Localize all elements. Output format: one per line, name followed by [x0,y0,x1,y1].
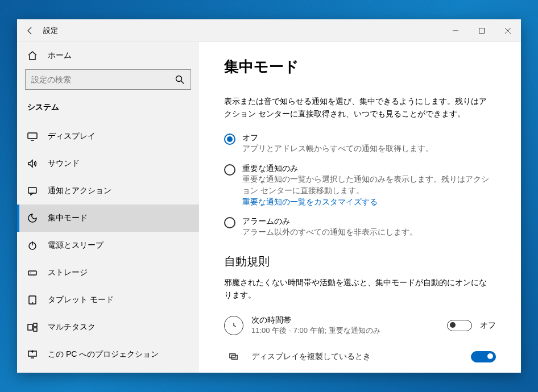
svg-rect-12 [230,353,235,357]
radio-text: オフ アプリとアドレス帳からすべての通知を取得します。 [242,133,496,155]
power-icon [27,240,38,251]
caption-buttons [442,19,521,42]
radio-description: 重要な通知の一覧から選択した通知のみを表示します。残りはアクション センターに直… [242,174,493,197]
rule-text: ディスプレイを複製しているとき [251,352,463,362]
auto-rules-description: 邪魔されたくない時間帯や活動を選ぶと、集中モードが自動的にオンになります。 [224,276,491,302]
radio-button[interactable] [224,217,235,228]
radio-text: アラームのみ アラーム以外のすべての通知を非表示にします。 [242,216,496,238]
home-button[interactable]: ホーム [17,42,199,69]
sidebar-item-label: タブレット モード [48,295,114,305]
search-input[interactable] [25,69,191,90]
svg-rect-10 [34,328,37,331]
svg-point-1 [176,76,182,82]
maximize-button[interactable] [469,19,495,42]
sidebar-item-label: ストレージ [48,268,88,278]
storage-icon [27,268,38,278]
rule-title: ディスプレイを複製しているとき [251,352,463,362]
radio-priority-only[interactable]: 重要な通知のみ 重要な通知の一覧から選択した通知のみを表示します。残りはアクショ… [224,164,496,207]
tablet-icon [27,295,38,305]
svg-rect-0 [479,28,485,33]
sidebar-item-label: 通知とアクション [48,186,111,196]
titlebar: 設定 [17,19,521,42]
sidebar-item-notifications[interactable]: 通知とアクション [17,177,199,205]
search-field[interactable] [31,75,175,84]
sidebar-item-focus-assist[interactable]: 集中モード [17,205,199,232]
rule-during-hours[interactable]: 次の時間帯 11:00 午後 - 7:00 午前; 重要な通知のみ オフ [224,312,496,339]
rule-duplicating-display[interactable]: ディスプレイを複製しているとき [224,344,496,370]
radio-button[interactable] [224,134,235,145]
svg-rect-9 [34,323,37,327]
page-description: 表示または音で知らせる通知を選び、集中できるようにします。残りはアクション セン… [224,95,491,120]
svg-point-6 [30,273,31,274]
sidebar-item-label: サウンド [48,159,80,169]
minimize-button[interactable] [442,19,469,42]
radio-button[interactable] [224,164,235,176]
home-icon [27,51,38,61]
sidebar-item-label: マルチタスク [48,322,96,332]
sidebar-item-multitask[interactable]: マルチタスク [17,314,199,341]
sidebar-item-storage[interactable]: ストレージ [17,259,199,286]
sidebar-item-label: 集中モード [48,213,88,223]
main-content: 集中モード 表示または音で知らせる通知を選び、集中できるようにします。残りはアク… [199,42,521,373]
focus-assist-icon [27,213,38,223]
search-wrap [17,69,199,99]
focus-mode-radio-group: オフ アプリとアドレス帳からすべての通知を取得します。 重要な通知のみ 重要な通… [224,133,496,238]
close-button[interactable] [495,19,521,42]
notifications-icon [27,186,38,196]
svg-rect-2 [28,133,37,139]
home-label: ホーム [48,51,72,61]
sidebar-item-label: この PC へのプロジェクション [48,349,159,360]
auto-rules-heading: 自動規則 [224,254,496,269]
duplicate-display-icon [224,347,243,366]
window-body: ホーム システム ディスプレイ [17,42,521,373]
sidebar-item-label: 電源とスリープ [48,240,104,251]
page-title: 集中モード [224,57,496,77]
radio-text: 重要な通知のみ 重要な通知の一覧から選択した通知のみを表示します。残りはアクショ… [242,164,496,207]
rule-text: 次の時間帯 11:00 午後 - 7:00 午前; 重要な通知のみ [251,315,439,336]
projection-icon [27,349,38,360]
radio-label: オフ [242,133,496,143]
multitask-icon [27,322,38,332]
svg-rect-13 [231,355,237,359]
search-icon [175,74,185,85]
radio-description: アプリとアドレス帳からすべての通知を取得します。 [242,143,493,155]
sidebar-item-tablet[interactable]: タブレット モード [17,286,199,314]
rule-title: 次の時間帯 [251,315,439,326]
radio-alarms-only[interactable]: アラームのみ アラーム以外のすべての通知を非表示にします。 [224,216,496,238]
toggle-label: オフ [480,320,496,331]
sidebar: ホーム システム ディスプレイ [17,42,199,373]
radio-label: アラームのみ [242,216,496,227]
clock-icon [224,316,243,335]
svg-rect-5 [28,271,36,275]
sidebar-item-projection[interactable]: この PC へのプロジェクション [17,341,199,368]
toggle-switch[interactable] [447,320,472,331]
sidebar-item-sound[interactable]: サウンド [17,150,199,177]
radio-description: アラーム以外のすべての通知を非表示にします。 [242,227,493,238]
radio-label: 重要な通知のみ [242,164,496,174]
customize-priority-link[interactable]: 重要な通知の一覧をカスタマイズする [242,197,496,207]
sidebar-item-power[interactable]: 電源とスリープ [17,232,199,259]
nav: ディスプレイ サウンド 通知とアクション [17,123,199,373]
category-header: システム [17,99,199,123]
sound-icon [27,159,38,169]
toggle-switch[interactable] [471,351,496,362]
svg-rect-3 [28,187,36,193]
toggle-group [471,351,496,362]
display-icon [27,131,38,141]
svg-rect-8 [28,324,32,330]
settings-window: 設定 ホーム [17,19,521,373]
sidebar-item-label: ディスプレイ [48,131,96,141]
toggle-group: オフ [447,320,496,331]
back-button[interactable] [17,19,43,42]
radio-off[interactable]: オフ アプリとアドレス帳からすべての通知を取得します。 [224,133,496,155]
window-title: 設定 [43,26,58,36]
rule-subtitle: 11:00 午後 - 7:00 午前; 重要な通知のみ [251,326,439,336]
sidebar-item-display[interactable]: ディスプレイ [17,123,199,150]
